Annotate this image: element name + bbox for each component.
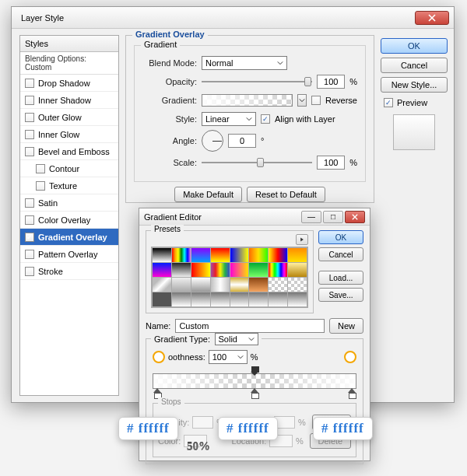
preset-swatch[interactable]	[249, 292, 268, 306]
ged-ok-button[interactable]: OK	[318, 230, 363, 244]
style-item-color-overlay[interactable]: Color Overlay	[20, 212, 118, 229]
load-button[interactable]: Load...	[318, 271, 363, 285]
maximize-button[interactable]: □	[323, 211, 343, 223]
presets-menu-button[interactable]	[296, 234, 308, 245]
group-title: Gradient	[141, 40, 180, 49]
reset-default-button[interactable]: Reset to Default	[247, 187, 325, 202]
save-button[interactable]: Save...	[318, 288, 363, 302]
style-checkbox[interactable]	[25, 267, 34, 276]
scale-slider[interactable]	[202, 157, 312, 168]
name-input[interactable]	[175, 319, 325, 333]
style-item-stroke[interactable]: Stroke	[20, 263, 118, 280]
preset-swatch[interactable]	[211, 248, 230, 262]
reverse-checkbox[interactable]	[311, 96, 321, 105]
preset-swatch[interactable]	[288, 248, 307, 262]
scale-value[interactable]: 100	[317, 156, 345, 170]
gradient-preview[interactable]	[202, 94, 293, 107]
style-item-drop-shadow[interactable]: Drop Shadow	[20, 75, 118, 92]
titlebar[interactable]: Layer Style	[12, 7, 454, 29]
make-default-button[interactable]: Make Default	[174, 187, 242, 202]
style-checkbox[interactable]	[25, 130, 34, 139]
gradient-type-select[interactable]: Solid	[215, 333, 258, 345]
preset-swatch[interactable]	[191, 292, 210, 306]
preset-swatch[interactable]	[249, 248, 268, 262]
style-item-bevel-and-emboss[interactable]: Bevel and Emboss	[20, 143, 118, 160]
style-checkbox[interactable]	[25, 198, 34, 208]
style-checkbox[interactable]	[36, 164, 45, 173]
style-item-texture[interactable]: Texture	[20, 177, 118, 194]
section-title: Gradient Overlay	[132, 30, 208, 39]
style-item-satin[interactable]: Satin	[20, 194, 118, 212]
style-checkbox[interactable]	[25, 113, 34, 122]
preset-swatch[interactable]	[230, 248, 249, 262]
scale-label: Scale:	[142, 158, 197, 167]
style-item-inner-glow[interactable]: Inner Glow	[20, 126, 118, 143]
gradient-picker-button[interactable]	[297, 94, 307, 107]
preview-thumbnail	[393, 114, 435, 150]
smoothness-input[interactable]: 100	[209, 350, 248, 364]
minimize-button[interactable]: —	[301, 211, 321, 223]
style-checkbox[interactable]	[25, 79, 34, 88]
new-style-button[interactable]: New Style...	[381, 77, 448, 93]
ged-titlebar[interactable]: Gradient Editor — □	[139, 208, 370, 226]
ged-cancel-button[interactable]: Cancel	[318, 247, 363, 261]
opacity-value[interactable]: 100	[317, 75, 345, 89]
styles-header[interactable]: Styles	[20, 36, 118, 52]
style-checkbox[interactable]	[36, 181, 45, 191]
preset-swatch[interactable]	[153, 263, 171, 277]
preset-swatch[interactable]	[191, 278, 210, 292]
preset-swatch[interactable]	[211, 278, 230, 292]
preset-swatch[interactable]	[230, 292, 249, 306]
preset-swatch[interactable]	[172, 263, 191, 277]
blend-mode-select[interactable]: Normal	[202, 56, 287, 70]
preset-swatch[interactable]	[249, 263, 268, 277]
color-stop-mid[interactable]	[251, 388, 258, 397]
preset-swatch[interactable]	[269, 248, 287, 262]
style-checkbox[interactable]	[25, 147, 34, 156]
preset-swatch[interactable]	[172, 248, 191, 262]
color-stop-right[interactable]	[348, 388, 356, 397]
style-checkbox[interactable]: ✓	[25, 233, 34, 242]
style-checkbox[interactable]	[25, 250, 34, 259]
style-checkbox[interactable]	[25, 215, 34, 225]
gradient-bar[interactable]	[153, 373, 356, 389]
preset-swatch[interactable]	[211, 292, 230, 306]
blending-options[interactable]: Blending Options: Custom	[20, 52, 118, 75]
ged-close-button[interactable]	[345, 211, 365, 223]
opacity-slider[interactable]	[202, 76, 312, 87]
angle-value[interactable]: 0	[228, 134, 256, 148]
preset-swatch[interactable]	[172, 292, 191, 306]
preset-swatch[interactable]	[153, 292, 171, 306]
preset-swatch[interactable]	[269, 278, 287, 292]
ok-button[interactable]: OK	[381, 38, 448, 54]
preset-swatch[interactable]	[288, 278, 307, 292]
style-item-outer-glow[interactable]: Outer Glow	[20, 109, 118, 126]
close-button[interactable]	[415, 11, 449, 25]
preview-checkbox[interactable]: ✓	[384, 98, 393, 107]
preset-swatch[interactable]	[172, 278, 191, 292]
preset-swatch[interactable]	[191, 263, 210, 277]
style-item-gradient-overlay[interactable]: ✓Gradient Overlay	[20, 229, 118, 246]
new-button[interactable]: New	[329, 318, 363, 334]
preset-swatch[interactable]	[249, 278, 268, 292]
style-select[interactable]: Linear	[202, 112, 256, 126]
preset-swatch[interactable]	[191, 248, 210, 262]
preset-swatch[interactable]	[153, 248, 171, 262]
preset-swatch[interactable]	[269, 292, 287, 306]
preset-swatch[interactable]	[230, 278, 249, 292]
opacity-stop[interactable]	[251, 366, 258, 374]
preset-swatch[interactable]	[230, 263, 249, 277]
preset-swatch[interactable]	[269, 263, 287, 277]
preset-swatch[interactable]	[153, 278, 171, 292]
cancel-button[interactable]: Cancel	[381, 58, 448, 73]
style-item-pattern-overlay[interactable]: Pattern Overlay	[20, 246, 118, 263]
style-item-contour[interactable]: Contour	[20, 160, 118, 177]
angle-dial[interactable]	[202, 130, 223, 152]
style-item-inner-shadow[interactable]: Inner Shadow	[20, 92, 118, 109]
preset-swatch[interactable]	[288, 263, 307, 277]
preset-swatch[interactable]	[211, 263, 230, 277]
align-checkbox[interactable]: ✓	[261, 114, 270, 124]
color-stop-left[interactable]	[153, 388, 161, 397]
preset-swatch[interactable]	[288, 292, 307, 306]
style-checkbox[interactable]	[25, 96, 34, 105]
